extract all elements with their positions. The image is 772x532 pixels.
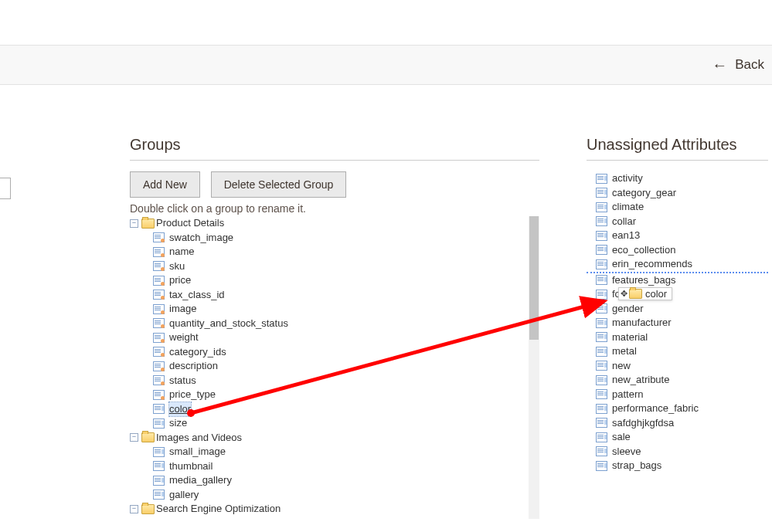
scrollbar-thumb[interactable] [529, 216, 539, 340]
unassigned-attribute[interactable]: ean13 [596, 229, 768, 243]
tree-attribute[interactable]: status [153, 374, 529, 388]
unassigned-attribute[interactable]: material [596, 330, 768, 345]
tree-attribute[interactable]: size [153, 416, 529, 431]
unassigned-attribute[interactable]: sale [596, 430, 768, 445]
attribute-label: name [169, 245, 195, 259]
collapsed-side-input[interactable] [0, 178, 11, 199]
attribute-icon [596, 432, 607, 442]
attribute-icon [596, 446, 607, 456]
unassigned-attribute[interactable]: eco_collection [596, 243, 768, 258]
attribute-label: swatch_image [169, 231, 233, 246]
attribute-label: strap_bags [612, 459, 661, 473]
unassigned-attribute[interactable]: category_gear [596, 186, 768, 201]
attribute-label: activity [612, 171, 643, 186]
unassigned-attribute[interactable]: safdghjkgfdsa [596, 416, 768, 431]
attribute-label: tax_class_id [169, 288, 225, 303]
tree-attribute[interactable]: tax_class_id [153, 288, 529, 303]
unassigned-attribute[interactable]: gender [596, 302, 768, 317]
attribute-icon [596, 202, 607, 212]
unassigned-panel: Unassigned Attributes activitycategory_g… [587, 136, 768, 473]
tree-attribute[interactable]: small_image [153, 445, 529, 459]
attribute-label: material [612, 330, 648, 345]
attribute-label: price_type [169, 388, 216, 402]
delete-group-button[interactable]: Delete Selected Group [211, 171, 347, 198]
collapse-icon[interactable]: − [130, 505, 138, 513]
tree-attribute[interactable]: sku [153, 259, 529, 274]
attribute-label: quantity_and_stock_status [169, 317, 288, 331]
tree-attribute[interactable]: media_gallery [153, 473, 529, 488]
tree-attribute[interactable]: quantity_and_stock_status [153, 317, 529, 331]
collapse-icon[interactable]: − [130, 433, 138, 442]
drag-ghost: ✥ color [618, 287, 672, 300]
tree-attribute[interactable]: price_type [153, 388, 529, 402]
tree-attribute[interactable]: weight [153, 330, 529, 345]
attribute-label: pattern [612, 388, 643, 402]
folder-label: Search Engine Optimization [156, 502, 281, 517]
tree-attribute[interactable]: description [153, 359, 529, 374]
attribute-icon [153, 304, 165, 314]
divider [130, 160, 539, 161]
attribute-icon [153, 447, 165, 457]
tree-attribute[interactable]: gallery [153, 488, 529, 503]
attribute-icon [153, 404, 165, 414]
unassigned-attribute[interactable]: metal [596, 344, 768, 359]
unassigned-attribute[interactable]: features_bags [596, 273, 768, 288]
tree-attribute[interactable]: name [153, 245, 529, 259]
attribute-label: sale [612, 430, 631, 445]
back-label: Back [735, 57, 764, 73]
attribute-icon [596, 361, 607, 371]
collapse-icon[interactable]: − [130, 219, 138, 228]
groups-title: Groups [130, 136, 539, 154]
scrollbar[interactable] [529, 216, 539, 519]
attribute-icon [153, 418, 165, 429]
attribute-label: gallery [169, 488, 199, 503]
tree-folder[interactable]: −Images and Videos [130, 431, 529, 446]
unassigned-attribute[interactable]: erin_recommends [596, 257, 768, 272]
attribute-icon [596, 216, 607, 226]
tree-attribute[interactable]: thumbnail [153, 459, 529, 474]
attribute-icon [596, 245, 607, 255]
groups-tree[interactable]: −Product Detailsswatch_imagenameskuprice… [130, 216, 529, 519]
unassigned-list[interactable]: activitycategory_gearclimatecollarean13e… [596, 171, 768, 473]
unassigned-attribute[interactable]: performance_fabric [596, 402, 768, 416]
unassigned-attribute[interactable]: collar [596, 215, 768, 229]
tree-folder[interactable]: −Search Engine Optimization [130, 502, 529, 517]
tree-folder[interactable]: −Product Details [130, 216, 529, 231]
unassigned-attribute[interactable]: pattern [596, 388, 768, 402]
unassigned-attribute[interactable]: sleeve [596, 445, 768, 459]
attribute-label: size [169, 416, 187, 431]
attribute-icon [596, 290, 607, 300]
attribute-label: price [169, 273, 191, 288]
unassigned-attribute[interactable]: climate [596, 200, 768, 215]
tree-attribute[interactable]: image [153, 302, 529, 317]
unassigned-attribute[interactable]: new_atribute [596, 373, 768, 388]
back-button[interactable]: ← Back [712, 46, 764, 84]
attribute-label: erin_recommends [612, 257, 692, 272]
groups-panel: Groups Add New Delete Selected Group Dou… [130, 136, 539, 519]
attribute-icon [596, 318, 607, 328]
attribute-icon [596, 275, 607, 285]
attribute-icon [596, 389, 607, 399]
attribute-label: climate [612, 200, 644, 215]
tree-attribute[interactable]: price [153, 273, 529, 288]
folder-icon [141, 432, 155, 442]
attribute-icon [153, 318, 165, 328]
tree-attribute[interactable]: color [153, 402, 529, 417]
unassigned-attribute[interactable]: strap_bags [596, 459, 768, 473]
attribute-label: gender [612, 302, 643, 317]
attribute-icon [153, 476, 165, 486]
attribute-icon [596, 375, 607, 385]
tree-attribute[interactable]: category_ids [153, 345, 529, 360]
attribute-label: features_bags [612, 273, 675, 288]
unassigned-attribute[interactable]: manufacturer [596, 316, 768, 330]
left-gutter [0, 154, 15, 201]
folder-label: Product Details [156, 216, 224, 231]
tree-attribute[interactable]: swatch_image [153, 231, 529, 246]
attribute-icon [153, 461, 165, 471]
attribute-icon [153, 290, 165, 300]
add-new-button[interactable]: Add New [130, 171, 200, 198]
unassigned-attribute[interactable]: activity [596, 171, 768, 186]
unassigned-attribute[interactable]: new [596, 359, 768, 374]
attribute-label: thumbnail [169, 459, 213, 474]
attribute-label: ean13 [612, 229, 640, 243]
